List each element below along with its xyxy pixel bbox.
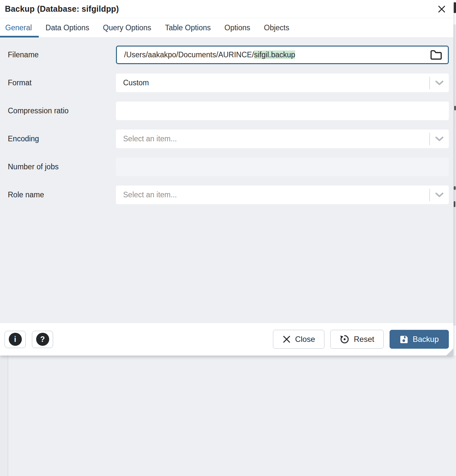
format-label: Format (8, 78, 116, 87)
tab-general[interactable]: General (0, 18, 39, 37)
number-of-jobs-input[interactable] (116, 158, 449, 176)
resize-handle[interactable] (446, 348, 453, 356)
format-select[interactable]: Custom (116, 74, 449, 92)
reset-button[interactable]: Reset (330, 330, 384, 349)
folder-icon (430, 50, 442, 60)
tab-objects[interactable]: Objects (257, 18, 296, 37)
compression-ratio-label: Compression ratio (8, 106, 116, 115)
dialog-tabbar: General Data Options Query Options Table… (0, 18, 453, 38)
reset-button-label: Reset (354, 335, 374, 344)
close-icon (437, 4, 447, 14)
help-button[interactable]: ? (32, 331, 53, 348)
background-fragment (454, 106, 456, 110)
background-fragment (453, 326, 456, 356)
encoding-placeholder: Select an item... (123, 134, 177, 143)
sql-info-button[interactable]: i (5, 331, 26, 348)
format-value: Custom (123, 78, 149, 87)
info-icon: i (9, 333, 22, 346)
filename-input[interactable]: /Users/aakakpo/Documents/AURINCE/sifgil.… (116, 46, 449, 64)
number-of-jobs-row: Number of jobs (0, 158, 453, 176)
background-fragment (454, 201, 455, 207)
filename-selected-text: sifgil.backup (254, 50, 295, 59)
backup-dialog: Backup (Database: sifgildpp) General Dat… (0, 0, 453, 356)
close-dialog-icon[interactable] (436, 3, 448, 15)
chevron-down-icon[interactable] (430, 192, 449, 198)
dialog-title: Backup (Database: sifgildpp) (5, 4, 119, 14)
screen: Backup (Database: sifgildpp) General Dat… (0, 0, 456, 476)
background-fragment (454, 2, 456, 13)
background-workspace (0, 356, 456, 476)
chevron-down-icon[interactable] (430, 80, 449, 86)
encoding-row: Encoding Select an item... (0, 130, 453, 148)
close-button[interactable]: Close (273, 330, 324, 349)
compression-ratio-input[interactable] (116, 102, 449, 120)
chevron-down-icon[interactable] (430, 136, 449, 142)
encoding-label: Encoding (8, 134, 116, 143)
filename-path-text: /Users/aakakpo/Documents/AURINCE/sifgil.… (124, 50, 295, 59)
backup-button-label: Backup (413, 335, 439, 344)
body-filler (0, 214, 453, 323)
background-right-sliver (453, 0, 456, 356)
dialog-body: Filename /Users/aakakpo/Documents/AURINC… (0, 38, 453, 323)
tab-table-options[interactable]: Table Options (158, 18, 218, 37)
tab-query-options[interactable]: Query Options (96, 18, 158, 37)
background-left-strip (0, 356, 7, 476)
role-name-placeholder: Select an item... (123, 190, 177, 199)
help-icon: ? (36, 333, 49, 346)
tab-options[interactable]: Options (218, 18, 257, 37)
close-icon (282, 335, 291, 343)
encoding-select[interactable]: Select an item... (116, 130, 449, 148)
dialog-footer: i ? Close Reset (0, 323, 453, 356)
browse-folder-button[interactable] (429, 48, 443, 62)
filename-row: Filename /Users/aakakpo/Documents/AURINC… (0, 46, 453, 64)
background-fragment (454, 186, 456, 190)
format-row: Format Custom (0, 74, 453, 92)
tab-data-options[interactable]: Data Options (39, 18, 96, 37)
role-name-label: Role name (8, 190, 116, 199)
number-of-jobs-label: Number of jobs (8, 162, 116, 171)
background-divider-line (7, 356, 8, 476)
filename-label: Filename (8, 50, 116, 59)
role-name-row: Role name Select an item... (0, 186, 453, 204)
backup-button[interactable]: Backup (390, 330, 449, 349)
dialog-titlebar: Backup (Database: sifgildpp) (0, 0, 453, 18)
role-name-select[interactable]: Select an item... (116, 186, 449, 204)
reset-icon (340, 334, 349, 344)
close-button-label: Close (295, 335, 315, 344)
compression-ratio-row: Compression ratio (0, 102, 453, 120)
save-icon (400, 335, 408, 344)
